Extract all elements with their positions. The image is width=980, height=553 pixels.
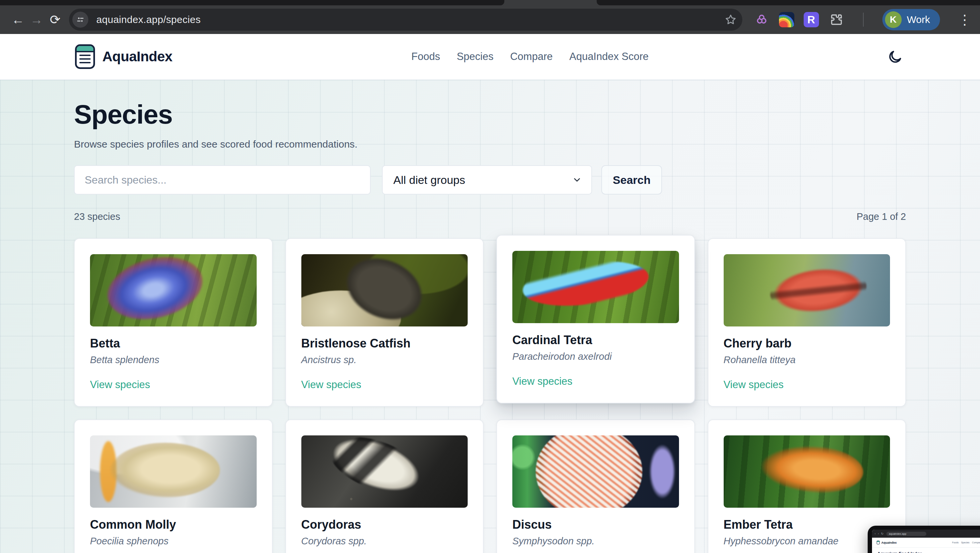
species-scientific-name: Corydoras spp. [301, 536, 468, 547]
nav-foods[interactable]: Foods [411, 51, 440, 63]
page-body: Species Browse species profiles and see … [0, 80, 980, 553]
species-photo [90, 254, 257, 326]
toolbar-divider [863, 13, 864, 27]
species-name: Corydoras [301, 518, 468, 532]
results-count: 23 species [74, 211, 120, 222]
extensions-area: R K Work ⋮ [754, 9, 971, 30]
view-species-link[interactable]: View species [301, 379, 361, 391]
r-extension-icon[interactable]: R [803, 12, 819, 27]
species-name: Betta [90, 337, 257, 350]
species-card[interactable]: Common Molly Poecilia sphenops View spec… [74, 420, 273, 553]
search-button[interactable]: Search [601, 165, 662, 195]
reload-button[interactable]: ⟳ [46, 10, 64, 29]
laptop-preview-overlay[interactable]: ‹ › ↻ aquaindex.app Work AquaIndex Foods… [868, 526, 980, 553]
mini-page-title: Aquarium Food Index [877, 551, 980, 553]
species-photo [512, 251, 679, 323]
brand[interactable]: AquaIndex [75, 34, 172, 79]
url-text: aquaindex.app/species [96, 14, 200, 25]
aquaindex-logo-icon [75, 44, 95, 69]
mini-nav-links: Foods Species Compare AquaIndex Score [952, 541, 980, 543]
mini-browser-bar: ‹ › ↻ aquaindex.app Work [872, 530, 980, 538]
species-card[interactable]: Cherry barb Rohanella titteya View speci… [708, 238, 906, 407]
mini-url-chip: aquaindex.app [886, 532, 926, 536]
view-species-link[interactable]: View species [512, 375, 572, 388]
pagination-status: Page 1 of 2 [857, 211, 906, 222]
extensions-puzzle-icon[interactable] [828, 12, 844, 28]
address-bar[interactable]: aquaindex.app/species [69, 9, 742, 31]
species-card[interactable]: Betta Betta splendens View species [74, 238, 273, 407]
page-title: Species [74, 99, 906, 130]
species-name: Common Molly [90, 518, 257, 532]
diet-select-value: All diet groups [393, 173, 465, 187]
species-scientific-name: Poecilia sphenops [90, 536, 257, 547]
tab-strip-right [597, 0, 980, 5]
species-name: Discus [512, 518, 679, 532]
site-header: AquaIndex Foods Species Compare AquaInde… [0, 34, 980, 80]
species-name: Bristlenose Catfish [301, 337, 468, 350]
species-photo [90, 435, 257, 508]
browser-menu-icon[interactable]: ⋮ [958, 13, 971, 26]
search-row: All diet groups Search [74, 165, 906, 195]
back-button[interactable]: ← [9, 10, 27, 29]
species-name: Ember Tetra [724, 518, 890, 532]
dark-mode-moon-icon[interactable] [887, 49, 903, 65]
mini-nav-buttons: ‹ › ↻ [875, 532, 885, 536]
diet-group-select[interactable]: All diet groups [382, 165, 592, 195]
species-card[interactable]: Bristlenose Catfish Ancistrus sp. View s… [285, 238, 484, 407]
site-settings-icon[interactable] [72, 12, 88, 28]
forward-button[interactable]: → [27, 10, 46, 29]
species-scientific-name: Rohanella titteya [724, 354, 890, 365]
main-nav: Foods Species Compare AquaIndex Score [411, 34, 649, 79]
species-photo [512, 435, 679, 508]
browser-toolbar: ← → ⟳ aquaindex.app/species [0, 5, 980, 34]
mini-logo-icon [877, 541, 880, 544]
page-subtitle: Browse species profiles and see scored f… [74, 138, 906, 150]
brand-name: AquaIndex [102, 49, 172, 65]
profile-name: Work [907, 14, 930, 25]
nav-species[interactable]: Species [457, 51, 493, 63]
rainbow-extension-icon[interactable] [779, 12, 794, 27]
browser-chrome: ← → ⟳ aquaindex.app/species [0, 0, 980, 34]
species-photo [724, 435, 890, 508]
search-input[interactable] [74, 165, 371, 195]
species-card-hovered[interactable]: Cardinal Tetra Paracheirodon axelrodi Vi… [496, 235, 695, 404]
profile-avatar: K [885, 11, 902, 28]
species-name: Cherry barb [724, 337, 890, 350]
species-photo [301, 435, 468, 508]
species-photo [724, 254, 890, 326]
mini-site-header: AquaIndex Foods Species Compare AquaInde… [872, 538, 980, 548]
bookmark-star-icon[interactable] [724, 13, 737, 26]
species-scientific-name: Ancistrus sp. [301, 354, 468, 365]
results-meta-row: 23 species Page 1 of 2 [74, 211, 906, 222]
mini-page-body: Aquarium Food Index Compare foods by nut… [872, 548, 980, 553]
mini-brand-name: AquaIndex [881, 541, 897, 544]
species-scientific-name: Paracheirodon axelrodi [512, 351, 679, 362]
view-species-link[interactable]: View species [724, 379, 784, 391]
tab-strip [0, 0, 980, 5]
triskelion-extension-icon[interactable] [754, 12, 770, 28]
chevron-down-icon [572, 175, 582, 185]
view-species-link[interactable]: View species [90, 379, 150, 391]
nav-compare[interactable]: Compare [510, 51, 553, 63]
laptop-screen: ‹ › ↻ aquaindex.app Work AquaIndex Foods… [872, 530, 980, 553]
species-photo [301, 254, 468, 326]
species-grid: Betta Betta splendens View species Brist… [74, 238, 906, 553]
species-card[interactable]: Discus Symphysodon spp. View species [496, 420, 695, 553]
species-card[interactable]: Corydoras Corydoras spp. View species [285, 420, 484, 553]
species-scientific-name: Betta splendens [90, 354, 257, 365]
species-scientific-name: Hyphessobrycon amandae [724, 536, 890, 547]
browser-profile-chip[interactable]: K Work [882, 9, 940, 30]
tab-strip-left [0, 0, 504, 5]
species-name: Cardinal Tetra [512, 333, 679, 347]
nav-aquaindex-score[interactable]: AquaIndex Score [570, 51, 649, 63]
species-scientific-name: Symphysodon spp. [512, 536, 679, 547]
